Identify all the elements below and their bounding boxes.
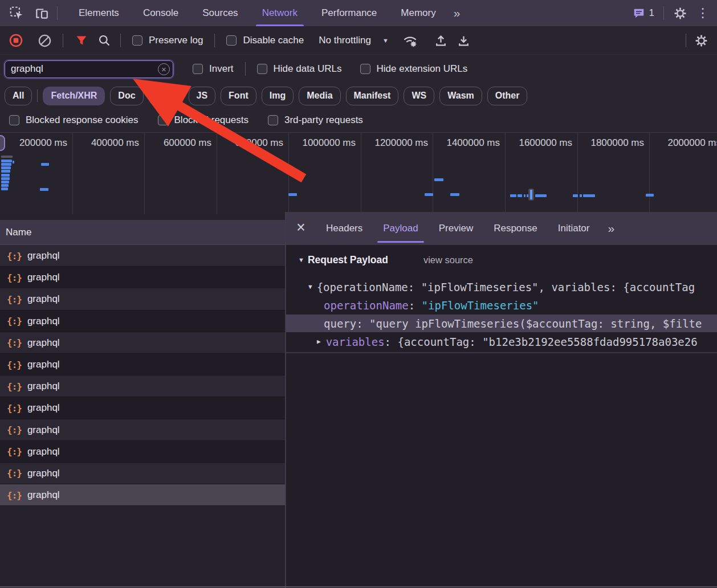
throttling-select[interactable]: No throttling ▼ — [312, 35, 394, 46]
close-icon[interactable]: × — [286, 220, 316, 237]
request-waterfall-bar[interactable] — [1, 163, 11, 166]
pill-manifest[interactable]: Manifest — [346, 87, 399, 105]
clear-filter-icon[interactable]: × — [158, 63, 170, 75]
request-waterfall-bar[interactable] — [580, 194, 582, 197]
record-network-log-icon[interactable] — [5, 29, 27, 52]
request-waterfall-bar[interactable] — [288, 193, 297, 196]
view-source-link[interactable]: view source — [423, 255, 473, 266]
pill-media[interactable]: Media — [299, 87, 340, 105]
request-row[interactable]: {:}graphql — [0, 245, 285, 267]
request-waterfall-bar[interactable] — [1, 166, 11, 169]
network-settings-icon[interactable] — [690, 29, 712, 52]
disable-cache-checkbox[interactable] — [226, 35, 237, 46]
request-row[interactable]: {:}graphql — [0, 311, 285, 332]
tab-response[interactable]: Response — [483, 212, 548, 245]
request-row-selected[interactable]: {:}graphql — [0, 484, 285, 506]
devtools-settings-icon[interactable] — [673, 6, 687, 21]
third-party-toggle[interactable]: 3rd-party requests — [260, 115, 371, 126]
request-payload-section[interactable]: ▼ Request Payload view source — [286, 250, 717, 270]
blocked-requests-checkbox[interactable] — [158, 115, 168, 125]
request-waterfall-bar[interactable] — [583, 194, 595, 197]
request-row[interactable]: {:}graphql — [0, 354, 285, 375]
payload-query-line[interactable]: query: "query ipFlowTimeseries($accountT… — [286, 315, 717, 332]
tab-preview[interactable]: Preview — [429, 212, 483, 245]
request-waterfall-bar[interactable] — [41, 163, 49, 166]
pill-fetch-xhr[interactable]: Fetch/XHR — [43, 87, 105, 105]
invert-checkbox[interactable] — [193, 64, 203, 74]
request-waterfall-bar[interactable] — [1, 174, 10, 177]
pill-all[interactable]: All — [5, 87, 32, 105]
inspect-element-icon[interactable] — [9, 6, 24, 21]
hide-data-urls-toggle[interactable]: Hide data URLs — [248, 63, 351, 75]
request-row[interactable]: {:}graphql — [0, 288, 285, 310]
more-menu-icon[interactable]: ⋮ — [696, 7, 709, 19]
pill-doc[interactable]: Doc — [110, 87, 143, 105]
clear-network-log-icon[interactable] — [33, 29, 56, 52]
request-waterfall-bar[interactable] — [1, 187, 8, 190]
payload-preview-line[interactable]: ▼{operationName: "ipFlowTimeseries", var… — [286, 278, 717, 296]
device-toolbar-icon[interactable] — [34, 6, 49, 21]
request-waterfall-bar[interactable] — [425, 193, 433, 196]
import-har-icon[interactable] — [430, 29, 453, 52]
more-tabs-icon[interactable]: » — [602, 222, 619, 235]
overview-scroll-handle[interactable] — [0, 135, 5, 151]
tab-console[interactable]: Console — [131, 0, 190, 26]
filter-icon[interactable] — [70, 29, 93, 52]
hide-data-urls-checkbox[interactable] — [257, 64, 267, 74]
request-row[interactable]: {:}graphql — [0, 267, 285, 288]
hide-extension-urls-toggle[interactable]: Hide extension URLs — [351, 63, 477, 75]
pill-js[interactable]: JS — [189, 87, 216, 105]
tab-memory[interactable]: Memory — [389, 0, 447, 26]
disable-cache-toggle[interactable]: Disable cache — [218, 35, 312, 46]
pill-wasm[interactable]: Wasm — [439, 87, 482, 105]
payload-variables-line[interactable]: ▶variables: {accountTag: "b12e3b2192ee55… — [286, 333, 717, 350]
pill-css[interactable]: CSS — [149, 87, 184, 105]
search-icon[interactable] — [93, 29, 116, 52]
pill-ws[interactable]: WS — [404, 87, 434, 105]
blocked-requests-toggle[interactable]: Blocked requests — [150, 115, 256, 126]
blocked-cookies-toggle[interactable]: Blocked response cookies — [1, 115, 146, 126]
more-tabs-icon[interactable]: » — [448, 0, 465, 26]
invert-toggle[interactable]: Invert — [184, 63, 243, 75]
request-waterfall-bar[interactable] — [535, 194, 547, 197]
pill-img[interactable]: Img — [262, 87, 294, 105]
network-overview-timeline[interactable]: 200000 ms 400000 ms 600000 ms 800000 ms … — [0, 132, 717, 214]
request-row[interactable]: {:}graphql — [0, 463, 285, 484]
pill-other[interactable]: Other — [487, 87, 528, 105]
request-waterfall-bar[interactable] — [1, 177, 10, 180]
request-waterfall-bar[interactable] — [524, 194, 525, 197]
export-har-icon[interactable] — [453, 29, 475, 52]
request-waterfall-bar[interactable] — [1, 156, 13, 158]
third-party-checkbox[interactable] — [268, 115, 278, 125]
request-row[interactable]: {:}graphql — [0, 397, 285, 419]
request-row[interactable]: {:}graphql — [0, 375, 285, 397]
tab-initiator[interactable]: Initiator — [548, 212, 600, 245]
tab-sources[interactable]: Sources — [190, 0, 250, 26]
pill-font[interactable]: Font — [221, 87, 256, 105]
request-waterfall-bar[interactable] — [518, 194, 522, 197]
expand-caret-icon[interactable]: ▶ — [317, 338, 321, 345]
hide-extension-urls-checkbox[interactable] — [360, 64, 370, 74]
request-waterfall-bar[interactable] — [646, 194, 654, 197]
request-waterfall-bar[interactable] — [434, 178, 443, 181]
tab-network[interactable]: Network — [250, 0, 309, 26]
name-column-header[interactable]: Name — [0, 220, 285, 245]
request-waterfall-bar[interactable] — [40, 188, 48, 191]
tab-headers[interactable]: Headers — [316, 212, 373, 245]
payload-operation-line[interactable]: operationName: "ipFlowTimeseries" — [286, 296, 717, 314]
network-conditions-icon[interactable] — [399, 29, 422, 52]
request-waterfall-bar[interactable] — [1, 181, 9, 183]
collapse-caret-icon[interactable]: ▼ — [298, 256, 304, 263]
request-waterfall-bar[interactable] — [450, 193, 459, 196]
request-row[interactable]: {:}graphql — [0, 441, 285, 463]
request-row[interactable]: {:}graphql — [0, 419, 285, 441]
request-waterfall-bar[interactable] — [1, 184, 9, 187]
blocked-cookies-checkbox[interactable] — [9, 115, 19, 125]
request-waterfall-bar[interactable] — [573, 194, 578, 197]
request-waterfall-bar[interactable] — [1, 160, 12, 162]
console-messages-button[interactable]: 1 — [633, 7, 654, 19]
request-waterfall-bar[interactable] — [13, 161, 14, 164]
tab-payload[interactable]: Payload — [373, 212, 428, 245]
request-waterfall-bar[interactable] — [1, 170, 10, 173]
collapse-caret-icon[interactable]: ▼ — [308, 283, 312, 291]
